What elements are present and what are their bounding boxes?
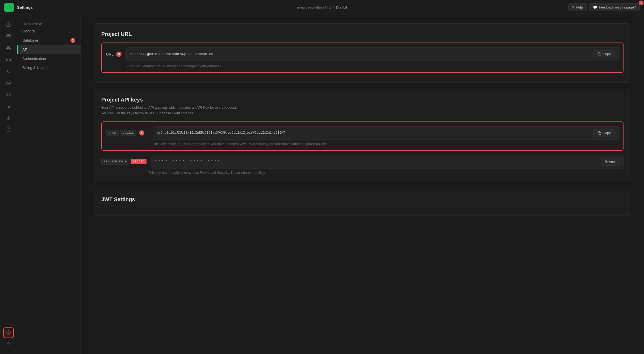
nav-item-general[interactable]: General [17, 27, 81, 36]
sidebar-item-profile[interactable] [3, 339, 14, 350]
anon-tag: anon [106, 130, 119, 136]
service-role-row-container: service_role secret **** **** **** **** … [101, 155, 624, 175]
sidebar-item-table[interactable] [3, 31, 14, 41]
url-copy-label: Copy [603, 52, 611, 56]
api-keys-section: Project API keys Your API is secured beh… [94, 89, 631, 182]
sidebar-item-chart[interactable] [3, 113, 14, 123]
api-keys-title: Project API keys [101, 97, 624, 103]
service-key-input-wrap: **** **** **** **** Reveal [151, 155, 624, 168]
nav-item-authentication[interactable]: Authentication [17, 54, 81, 63]
jwt-settings-title: JWT Settings [101, 196, 624, 203]
project-url-section: Project URL URL 3 https://gkxtbsudewmzsn… [94, 23, 631, 83]
nav-item-database[interactable]: Database 2 [17, 36, 81, 45]
sidebar-item-database[interactable] [3, 78, 14, 88]
breadcrumb-project: Draftbit [336, 5, 347, 9]
svg-rect-0 [7, 34, 10, 38]
settings-title: Settings [17, 5, 33, 10]
url-input-wrap: https://gkxtbsudewmzsnnrvwpu.supabase.co… [126, 47, 619, 61]
feedback-button[interactable]: 💬 Feedback on this page? [589, 3, 640, 11]
api-keys-description: Your API is secured behind an API gatewa… [101, 105, 624, 116]
project-url-title: Project URL [101, 31, 624, 37]
feedback-label: Feedback on this page? [599, 5, 636, 9]
svg-point-6 [7, 81, 10, 82]
service-role-key-row: service_role secret **** **** **** **** … [101, 155, 624, 168]
app-logo [4, 3, 14, 12]
breadcrumb: amandeepmittal's Org / Draftbit [297, 5, 347, 9]
copy-icon [597, 52, 601, 56]
anon-key-highlighted-row: anon public 4 eyJhbGciOiJIUzI1NiIsInR5cC… [101, 121, 624, 151]
anon-key-description: This key is safe to use in a browser if … [106, 142, 619, 146]
jwt-settings-section: JWT Settings [94, 189, 631, 216]
nav-sidebar: Project settings General Database 2 API … [17, 15, 81, 354]
nav-label-billing: Billing & Usage [22, 66, 48, 70]
sidebar-item-settings[interactable]: 1 [3, 327, 14, 338]
nav-item-api[interactable]: API [17, 45, 81, 54]
help-button[interactable]: ? Help [568, 3, 587, 11]
nav-label-database: Database [22, 38, 38, 43]
nav-item-billing[interactable]: Billing & Usage [17, 63, 81, 72]
feedback-icon: 💬 [593, 5, 597, 9]
service-key-description: This key has the ability to bypass Row L… [101, 171, 624, 175]
reveal-button[interactable]: Reveal [601, 158, 620, 166]
topbar-actions: ? Help 💬 Feedback on this page? [568, 3, 640, 11]
url-label: URL 3 [106, 52, 122, 57]
reveal-label: Reveal [605, 160, 616, 164]
url-description: A RESTful endpoint for querying and mana… [106, 64, 619, 68]
svg-point-17 [8, 343, 9, 344]
anon-copy-label: Copy [603, 131, 611, 135]
anon-step-badge: 4 [139, 130, 144, 136]
topbar: Settings amandeepmittal's Org / Draftbit… [0, 0, 644, 15]
anon-key-input-wrap: eyJhbGciOiJIUzI1NiIsInR5cCI6IkpXVCJ9.eyJ… [153, 126, 619, 140]
svg-rect-18 [599, 54, 601, 56]
url-value: https://gkxtbsudewmzsnnrvwpu.supabase.co [130, 52, 213, 56]
nav-label-api: API [22, 48, 28, 52]
help-label: Help [576, 5, 583, 9]
url-field-row: URL 3 https://gkxtbsudewmzsnnrvwpu.supab… [106, 47, 619, 61]
content-area: Project URL URL 3 https://gkxtbsudewmzsn… [81, 15, 644, 354]
help-icon: ? [572, 5, 574, 9]
sidebar-item-code[interactable] [3, 89, 14, 100]
nav-label-general: General [22, 29, 36, 33]
database-badge: 2 [70, 38, 75, 43]
sidebar-item-list[interactable] [3, 101, 14, 112]
url-highlighted-row: URL 3 https://gkxtbsudewmzsnnrvwpu.supab… [101, 43, 624, 73]
url-copy-button[interactable]: Copy [593, 50, 615, 58]
public-tag: public [120, 130, 136, 136]
nav-section-label: Project settings [17, 20, 81, 27]
sidebar-item-users[interactable] [3, 43, 14, 53]
sidebar-item-terminal[interactable] [3, 66, 14, 77]
svg-rect-19 [599, 132, 601, 134]
anon-copy-button[interactable]: Copy [593, 129, 615, 137]
anon-tag-group: anon public 4 [106, 130, 149, 136]
anon-key-row: anon public 4 eyJhbGciOiJIUzI1NiIsInR5cC… [106, 126, 619, 140]
svg-point-4 [7, 46, 9, 48]
icon-sidebar: 1 [0, 15, 17, 354]
copy-icon-2 [597, 131, 601, 135]
nav-label-authentication: Authentication [22, 57, 46, 61]
main-layout: 1 Project settings General Database 2 AP… [0, 15, 644, 354]
active-indicator [17, 45, 18, 54]
url-step-badge: 3 [116, 52, 122, 57]
sidebar-item-inbox[interactable] [3, 54, 14, 65]
breadcrumb-org: amandeepmittal's Org [297, 5, 331, 9]
secret-tag: secret [131, 159, 146, 164]
service-role-tag-group: service_role secret [101, 159, 147, 165]
svg-point-16 [8, 332, 9, 334]
anon-key-value: eyJhbGciOiJIUzI1NiIsInR5cCI6IkpXVCJ9.eyJ… [157, 131, 591, 135]
breadcrumb-separator: / [333, 5, 334, 9]
sidebar-item-home[interactable] [3, 19, 14, 30]
service-key-masked: **** **** **** **** [155, 160, 598, 163]
sidebar-item-docs[interactable] [3, 124, 14, 135]
service-role-tag: service_role [101, 159, 129, 165]
